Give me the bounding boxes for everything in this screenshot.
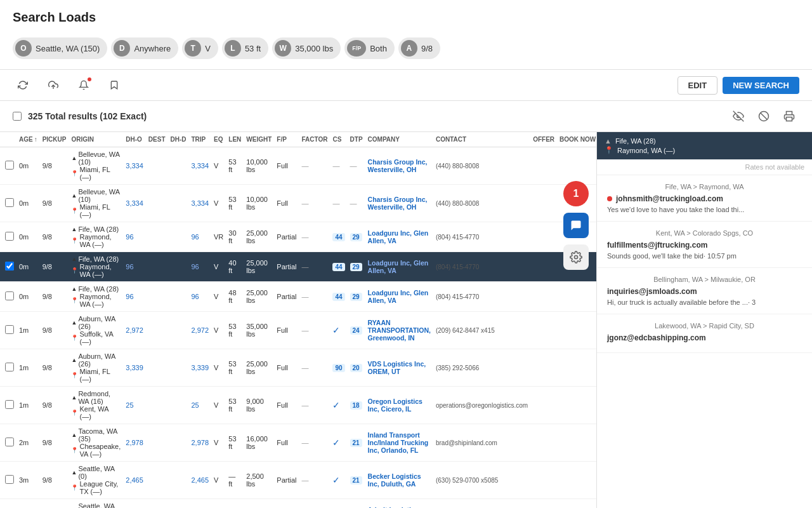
chip-letter-l: L — [225, 40, 241, 57]
cell-age: 0m — [16, 185, 40, 222]
cell-pickup: 9/8 — [40, 499, 69, 509]
cell-company[interactable]: VDS Logistics Inc, OREM, UT — [365, 349, 433, 387]
row-checkbox[interactable] — [5, 400, 14, 409]
col-fp: F/P — [274, 132, 299, 147]
block-button[interactable] — [754, 106, 774, 126]
row-checkbox[interactable] — [5, 161, 14, 170]
filter-chip-trailer[interactable]: T V — [182, 37, 218, 59]
cell-offer — [530, 147, 557, 185]
toolbar-right: EDIT NEW SEARCH — [678, 76, 799, 95]
cell-weight: 10,000 lbs — [244, 147, 274, 185]
cell-fp: Full — [274, 424, 299, 462]
message-item[interactable]: Lakewood, WA > Rapid City, SD jgonz@edcb… — [597, 314, 812, 353]
table-row[interactable]: 3m 9/8 ▲ Seattle, WA (0) 📍 Seatac, WA (—… — [0, 499, 596, 509]
chip-value-trailer: V — [205, 44, 211, 53]
cell-origin: ▲ Bellevue, WA (10) 📍 Miami, FL (—) — [69, 185, 123, 222]
cell-dest-hidden — [146, 424, 168, 462]
cell-contact: (804) 415-4770 — [433, 252, 530, 282]
cell-origin: ▲ Seattle, WA (0) 📍 League City, TX (—) — [69, 462, 123, 499]
filter-chip-origin[interactable]: O Seattle, WA (150) — [13, 37, 107, 59]
table-row[interactable]: 0m 9/8 ▲ Bellevue, WA (10) 📍 Miami, FL (… — [0, 147, 596, 185]
table-row[interactable]: 0m 9/8 ▲ Fife, WA (28) 📍 Raymond, WA (—)… — [0, 282, 596, 312]
row-checkbox[interactable] — [5, 438, 14, 446]
cell-dhd — [168, 147, 189, 185]
cell-age: 0m — [16, 147, 40, 185]
table-row[interactable]: 0m 9/8 ▲ Fife, WA (28) 📍 Raymond, WA (—)… — [0, 222, 596, 252]
hide-button[interactable] — [728, 106, 749, 126]
col-factor: FACTOR — [299, 132, 331, 147]
row-checkbox[interactable] — [5, 262, 14, 271]
table-row[interactable]: 3m 9/8 ▲ Seattle, WA (0) 📍 League City, … — [0, 462, 596, 499]
upload-button[interactable] — [43, 75, 63, 95]
cell-fp: Partial — [274, 222, 299, 252]
row-checkbox[interactable] — [5, 475, 14, 484]
cell-dtp: 20 — [348, 349, 365, 387]
col-company: COMPANY — [365, 132, 433, 147]
filter-chip-destination[interactable]: D Anywhere — [111, 37, 178, 59]
chip-letter-fp: F/P — [347, 40, 366, 57]
cell-company[interactable]: Adroit Logistics INC, HICKSVILLE, NY — [365, 499, 433, 509]
cell-contact: brad@shipinland.com — [433, 424, 530, 462]
cell-company[interactable]: Oregon Logistics Inc, Cicero, IL — [365, 387, 433, 424]
table-row[interactable]: 1m 9/8 ▲ Redmond, WA (16) 📍 Kent, WA (—)… — [0, 387, 596, 424]
col-booknow: BOOK NOW — [557, 132, 596, 147]
cell-eq: V — [211, 462, 226, 499]
cell-company[interactable]: RYAAN TRANSPORTATION, Greenwood, IN — [365, 312, 433, 349]
cell-company[interactable]: Charsis Group Inc, Westerville, OH — [365, 147, 433, 185]
cell-factor: — — [299, 252, 331, 282]
svg-line-3 — [761, 113, 768, 120]
cell-company[interactable]: Inland Transport Inc/Inland Trucking Inc… — [365, 424, 433, 462]
message-item[interactable]: Fife, WA > Raymond, WA johnsmith@truckin… — [597, 175, 812, 222]
cell-company[interactable]: Loadguru Inc, Glen Allen, VA — [365, 222, 433, 252]
cell-dtp: — — [348, 185, 365, 222]
col-dho: DH-O — [123, 132, 146, 147]
cell-fp: Partial — [274, 282, 299, 312]
table-row[interactable]: 1m 9/8 ▲ Auburn, WA (26) 📍 Miami, FL (—)… — [0, 349, 596, 387]
row-checkbox[interactable] — [5, 198, 14, 207]
row-checkbox[interactable] — [5, 291, 14, 300]
cell-len: 48 ft — [226, 282, 244, 312]
chip-value-fp: Both — [370, 44, 387, 53]
cell-company[interactable]: Charsis Group Inc, Westerville, OH — [365, 185, 433, 222]
cell-age: 3m — [16, 499, 40, 509]
col-age[interactable]: AGE ↑ — [16, 132, 40, 147]
cell-origin: ▲ Fife, WA (28) 📍 Raymond, WA (—) — [69, 252, 123, 282]
msg-route: Bellingham, WA > Milwaukie, OR — [607, 276, 802, 283]
table-row[interactable]: 0m 9/8 ▲ Bellevue, WA (10) 📍 Miami, FL (… — [0, 185, 596, 222]
new-search-button[interactable]: NEW SEARCH — [723, 77, 799, 94]
filter-chip-weight[interactable]: W 35,000 lbs — [272, 37, 341, 59]
select-all-checkbox[interactable] — [13, 112, 22, 121]
edit-button[interactable]: EDIT — [678, 76, 718, 95]
cell-dtp: 29 — [348, 252, 365, 282]
cell-trip: 3,334 — [189, 147, 212, 185]
refresh-button[interactable] — [13, 75, 33, 95]
row-checkbox[interactable] — [5, 363, 14, 371]
message-item[interactable]: Bellingham, WA > Milwaukie, OR inquiries… — [597, 268, 812, 314]
row-checkbox[interactable] — [5, 325, 14, 334]
cell-company[interactable]: Becker Logistics Inc, Duluth, GA — [365, 462, 433, 499]
message-icon[interactable] — [563, 213, 589, 238]
cell-company[interactable]: Loadguru Inc, Glen Allen, VA — [365, 282, 433, 312]
badge-icon-1[interactable]: 1 — [563, 181, 589, 206]
filter-chip-length[interactable]: L 53 ft — [222, 37, 268, 59]
cell-trip: 96 — [189, 222, 212, 252]
cell-dest-hidden — [146, 462, 168, 499]
filter-chip-fp[interactable]: F/P Both — [344, 37, 395, 59]
print-button[interactable] — [779, 106, 799, 126]
cell-origin: ▲ Auburn, WA (26) 📍 Suffolk, VA (—) — [69, 312, 123, 349]
bookmark-button[interactable] — [104, 75, 124, 95]
table-row[interactable]: 0m 9/8 ▲ Fife, WA (28) 📍 Raymond, WA (—)… — [0, 252, 596, 282]
filter-chip-age[interactable]: A 9/8 — [398, 37, 440, 59]
cell-booknow — [557, 462, 596, 499]
table-row[interactable]: 1m 9/8 ▲ Auburn, WA (26) 📍 Suffolk, VA (… — [0, 312, 596, 349]
cell-origin: ▲ Bellevue, WA (10) 📍 Miami, FL (—) — [69, 147, 123, 185]
table-row[interactable]: 2m 9/8 ▲ Tacoma, WA (35) 📍 Chesapeake, V… — [0, 424, 596, 462]
cell-weight: 25,000 lbs — [244, 282, 274, 312]
row-checkbox[interactable] — [5, 232, 14, 241]
cell-pickup: 9/8 — [40, 387, 69, 424]
cell-company[interactable]: Loadguru Inc, Glen Allen, VA — [365, 252, 433, 282]
settings-icon[interactable] — [563, 244, 589, 270]
message-item[interactable]: Kent, WA > Colorado Spgs, CO fulfillment… — [597, 222, 812, 268]
notification-button[interactable] — [74, 75, 94, 95]
cell-cs: — — [330, 147, 347, 185]
